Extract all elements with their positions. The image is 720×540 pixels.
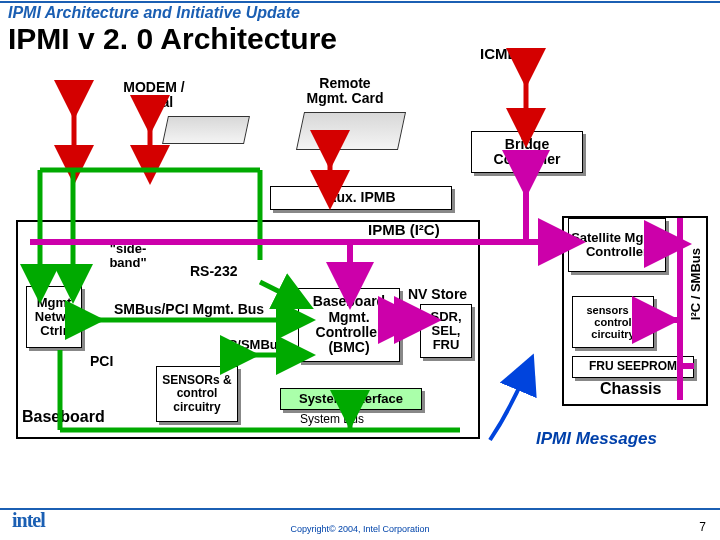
page-number: 7 [699,520,706,534]
label-nvstore-title: NV Store [408,287,467,302]
remote-card [296,112,406,150]
label-modem: MODEM / Serial [118,80,190,111]
box-system-interface: System Interface [280,388,422,410]
label-icmb: ICMB [480,46,518,63]
label-remote: Remote Mgmt. Card [300,76,390,107]
header-subtitle: IPMI Architecture and Initiative Update [0,0,720,22]
header-title: IPMI v 2. 0 Architecture [0,22,720,60]
label-system-bus: System Bus [300,413,364,426]
box-aux-ipmb: Aux. IPMB [270,186,452,210]
label-i2c-smbus-vert: I²C / SMBus [688,248,703,320]
label-ipmi-messages: IPMI Messages [536,430,657,449]
box-bmc: Baseboard Mgmt. Controller (BMC) [298,288,400,362]
modem-card [162,116,250,144]
box-bridge: Bridge Controller [471,131,583,173]
box-nvstore: SDR, SEL, FRU [420,304,472,358]
label-lan: LAN [60,80,89,95]
chassis-outline [562,216,708,406]
footer-copyright: Copyright© 2004, Intel Corporation [0,524,720,534]
